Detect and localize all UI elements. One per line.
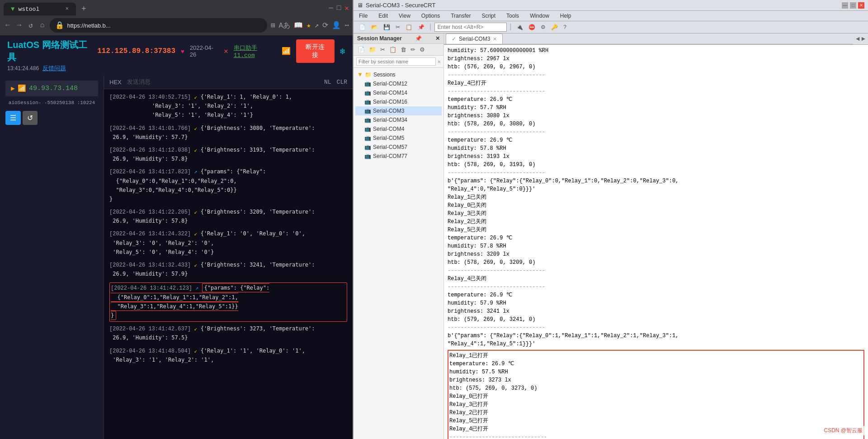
toolbar-settings[interactable]: ⚙ (539, 23, 547, 31)
sm-filter-input[interactable] (356, 57, 436, 66)
terminal-area[interactable]: humidity: 57.60000000000001 %RHbrightnes… (444, 45, 868, 439)
terminal-line: Relay_0已关闭 (448, 201, 864, 210)
sm-rename[interactable]: ✏ (409, 46, 417, 53)
active-session-tab[interactable]: ✓ Serial-COM3 ✕ (446, 33, 503, 44)
share-icon[interactable]: ↗ (315, 21, 319, 30)
terminal-nav-right[interactable]: ► (862, 35, 865, 43)
toolbar-keys[interactable]: 🔑 (549, 23, 560, 31)
new-tab-button[interactable]: + (78, 3, 90, 15)
profile-icon[interactable]: 👤 (332, 21, 341, 30)
serial-link[interactable]: 串口助手11.com (234, 44, 276, 59)
read-mode-icon[interactable]: 📖 (294, 21, 303, 30)
connected-ip-text: 49.93.73.148 (29, 85, 78, 92)
terminal-line: "Relay_4":1,"Relay_5":1}}}' (448, 340, 864, 348)
sm-session-serial-com77[interactable]: 📺 Serial-COM77 (355, 152, 442, 161)
more-icon[interactable]: ⋯ (344, 21, 349, 30)
tab-close-icon[interactable]: ✕ (493, 36, 497, 42)
window-maximize[interactable]: □ (337, 4, 341, 12)
toolbar-open[interactable]: 📂 (369, 23, 380, 31)
terminal-highlight-line: ------------------------------ (449, 433, 863, 439)
refresh-btn[interactable]: ↺ (23, 111, 38, 125)
message-item-5: [2022-04-26 13:41:24.322] ↙ {'Relay_1': … (109, 229, 347, 257)
extensions-icon[interactable]: ⊞ (271, 21, 275, 30)
window-close[interactable]: ✕ (344, 4, 349, 13)
terminal-line: htb: (578, 269, 0, 3080, 0) (448, 120, 864, 128)
sm-sessions-folder[interactable]: ▼📁 Sessions (355, 70, 442, 79)
terminal-highlight-line: Relay_2已打开 (449, 409, 863, 417)
favorites-icon[interactable]: ★ (307, 21, 311, 30)
sm-cut[interactable]: ✂ (379, 46, 387, 53)
menu-item-options[interactable]: Options (420, 12, 442, 20)
menu-item-help[interactable]: Help (558, 12, 573, 20)
terminal-line: b'{"params": {"Relay":{"Relay_0":0,"Rela… (448, 177, 864, 185)
sm-new-session[interactable]: 📄 (356, 46, 366, 53)
terminal-nav-left[interactable]: ◄ (856, 35, 859, 43)
toolbar-paste[interactable]: 📌 (416, 23, 426, 31)
history-icon[interactable]: ⟳ (322, 21, 328, 30)
toolbar-cut[interactable]: ✂ (394, 23, 402, 31)
hex-toggle[interactable]: HEX (109, 79, 122, 86)
menu-item-script[interactable]: Script (480, 12, 497, 20)
terminal-line: brightness: 3193 lx (448, 153, 864, 161)
browser-toolbar-icons: ⊞ Aあ 📖 ★ ↗ ⟳ 👤 ⋯ (271, 21, 349, 30)
menu-item-file[interactable]: File (357, 12, 369, 20)
sm-copy[interactable]: 📋 (388, 46, 398, 53)
nav-home-btn[interactable]: ⌂ (38, 19, 47, 31)
sm-session-serial-com57[interactable]: 📺 Serial-COM57 (355, 143, 442, 152)
maximize-btn[interactable]: □ (850, 2, 856, 9)
menu-item-tools[interactable]: Tools (505, 12, 521, 20)
nav-forward-btn[interactable]: → (15, 19, 24, 31)
address-bar[interactable]: 🔒 https://netlab.b... (50, 18, 267, 33)
menu-item-transfer[interactable]: Transfer (449, 12, 472, 20)
sm-session-serial-com5[interactable]: 📺 Serial-COM5 (355, 134, 442, 143)
sm-close-icon[interactable]: ✕ (435, 35, 440, 42)
window-minimize[interactable]: — (329, 4, 333, 12)
terminal-line: temperature: 26.9 ℃ (448, 291, 864, 299)
tab-close-btn[interactable]: × (66, 6, 69, 12)
sm-session-serial-com34[interactable]: 📺 Serial-COM34 (355, 115, 442, 124)
toolbar-copy[interactable]: 📋 (404, 23, 414, 31)
terminal-highlight-block: Relay_1已打开temperature: 26.9 ℃humidity: 5… (448, 350, 864, 439)
sm-new-folder[interactable]: 📁 (368, 46, 377, 53)
sm-filter-clear[interactable]: ✕ (438, 58, 441, 65)
sm-properties[interactable]: ⚙ (418, 46, 426, 53)
nl-toggle[interactable]: NL (324, 79, 331, 86)
nav-refresh-btn[interactable]: ↺ (27, 19, 35, 32)
toolbar-new-session[interactable]: 📄 (357, 23, 368, 31)
host-input[interactable] (434, 23, 507, 32)
close-btn[interactable]: ✕ (858, 2, 864, 9)
list-btn[interactable]: ☰ (5, 111, 21, 125)
translate-icon[interactable]: Aあ (278, 21, 290, 30)
message-item-9: [2022-04-26 13:41:48.504] ↙ {'Relay_1': … (109, 347, 347, 365)
sm-session-serial-com16[interactable]: 📺 Serial-COM16 (355, 97, 442, 106)
disconnect-button[interactable]: 断开连接 (296, 39, 335, 63)
terminal-line: brightness: 3080 lx (448, 112, 864, 120)
minimize-btn[interactable]: — (842, 2, 848, 9)
sm-pin-icon[interactable]: 📌 (415, 35, 422, 42)
settings-icon[interactable]: ❄ (340, 46, 345, 57)
send-input-placeholder[interactable]: 发送消息 (127, 78, 319, 86)
sm-session-serial-com3[interactable]: 📺 Serial-COM3 (355, 106, 442, 115)
sm-delete[interactable]: 🗑 (399, 46, 408, 53)
terminal-line: htb: (579, 269, 0, 3241, 0) (448, 315, 864, 324)
app-subheader: 13:41:24.486 反馈问题 (0, 64, 353, 75)
toolbar-help[interactable]: ? (561, 23, 568, 31)
address-text: https://netlab.b... (67, 22, 110, 29)
browser-tab-wstool[interactable]: ▼ wstool × (4, 3, 76, 15)
toolbar-disconnect[interactable]: ⛔ (527, 23, 537, 31)
toolbar-connect[interactable]: 🔌 (514, 23, 525, 31)
terminal-line: humidity: 57.8 %RH (448, 242, 864, 250)
clr-button[interactable]: CLR (337, 79, 347, 86)
message-item-2: [2022-04-26 13:41:12.038] ↙ {'Brightness… (109, 146, 347, 164)
toolbar-save[interactable]: 💾 (382, 23, 392, 31)
sm-session-serial-com14[interactable]: 📺 Serial-COM14 (355, 88, 442, 97)
menu-item-edit[interactable]: Edit (377, 12, 390, 20)
sm-toolbar: 📄 📁 ✂ 📋 🗑 ✏ ⚙ (354, 44, 443, 56)
sm-session-serial-com4[interactable]: 📺 Serial-COM4 (355, 124, 442, 134)
feedback-link[interactable]: 反馈问题 (42, 64, 66, 72)
terminal-line: Relay_4已打开 (448, 79, 864, 87)
sm-session-serial-com12[interactable]: 📺 Serial-COM12 (355, 79, 442, 88)
menu-item-window[interactable]: Window (528, 12, 551, 20)
menu-item-view[interactable]: View (397, 12, 412, 20)
nav-back-btn[interactable]: ← (4, 19, 12, 31)
